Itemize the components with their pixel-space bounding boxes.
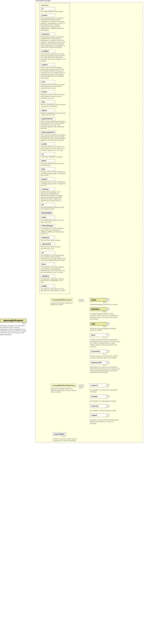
expand-icon[interactable]: + xyxy=(107,414,109,416)
attribute-name[interactable]: creator xyxy=(41,14,55,17)
attribute-name[interactable]: value xyxy=(41,216,55,219)
child-element: note0..∞+Additional natural language inf… xyxy=(90,322,120,331)
child-occurrence: 0..∞ xyxy=(103,364,106,366)
child-occurrence: 0..∞ xyxy=(103,337,106,338)
concept-relationships-group[interactable]: ConceptRelationshipsGroup xyxy=(51,384,76,387)
child-element-box[interactable]: broader+ xyxy=(90,395,107,398)
child-element-box[interactable]: sameAs+ xyxy=(90,384,107,387)
attribute-item: pubconstraintOne or many constraints tha… xyxy=(41,117,69,130)
child-element: related+A related concept, where the rel… xyxy=(90,414,120,424)
attribute-desc: The datatype of the value attribute – it… xyxy=(41,228,66,235)
attribute-name[interactable]: how xyxy=(41,80,55,84)
attribute-name[interactable]: dir xyxy=(41,203,55,206)
any-other-element[interactable]: any ##other 0..∞ xyxy=(53,432,66,436)
any-occ: 0..∞ xyxy=(62,436,65,437)
attribute-item: validtoThe date (and, optionally, the ti… xyxy=(41,284,69,292)
main-occurrence: 0..∞ xyxy=(23,322,26,324)
attribute-item: valuedatatypeThe datatype of the value a… xyxy=(41,224,69,235)
child-element-box[interactable]: note0..∞+ xyxy=(90,322,107,326)
attribute-name[interactable]: modified xyxy=(41,50,55,53)
attribute-name[interactable]: valueunituri xyxy=(41,242,55,246)
attribute-desc: The type of the concept assigned as cont… xyxy=(41,181,66,186)
attribute-name[interactable]: whyuri xyxy=(41,109,55,112)
main-element-name: planningExtProperty xyxy=(4,320,23,322)
attribute-item: customIf set to true the corresponding p… xyxy=(41,63,69,79)
attribute-item: modifiedThe date (and, optionally, the t… xyxy=(41,50,69,62)
attribute-name[interactable]: typeuri xyxy=(41,178,55,181)
attribute-desc: If set to true the corresponding propert… xyxy=(41,67,66,79)
child-occurrence: 0..∞ xyxy=(103,311,106,312)
main-element-desc: Extension Property; the semantics are de… xyxy=(0,325,27,336)
child-element: name0..∞+A natural language name for the… xyxy=(90,298,120,306)
attribute-name[interactable]: valueunit xyxy=(41,236,55,239)
attribute-desc: Why the metadata has been included - exp… xyxy=(41,104,66,107)
child-occurrence: 0..∞ xyxy=(103,353,106,355)
attribute-name[interactable]: uri xyxy=(41,152,55,156)
attribute-name[interactable]: creatoruri xyxy=(41,32,55,36)
child-element-box[interactable]: definition0..∞+ xyxy=(90,307,107,311)
child-element-box[interactable]: name0..∞+ xyxy=(90,298,107,302)
group1-name: ConceptDefinitionGroup xyxy=(52,299,71,301)
any-desc: Extension point for provider-defined pro… xyxy=(53,438,83,442)
expand-icon[interactable]: + xyxy=(107,323,109,325)
attribute-desc: The date (and, optionally, the time) whe… xyxy=(41,53,66,62)
child-desc: An identifier of a more specific concept… xyxy=(90,410,120,412)
child-element-box[interactable]: narrower+ xyxy=(90,404,107,408)
expand-icon[interactable]: + xyxy=(107,350,109,353)
attribute-item: howIndicates by which means the value wa… xyxy=(41,80,69,89)
expand-icon[interactable]: + xyxy=(107,308,109,310)
main-element-box[interactable]: planningExtProperty 0..∞ xyxy=(0,319,27,322)
attribute-desc: Specifies the language of this property … xyxy=(41,191,66,202)
any-other-attr[interactable]: any ##other xyxy=(41,211,53,214)
attribute-desc: Why the metadata has been included - exp… xyxy=(41,112,66,116)
attribute-name[interactable]: custom xyxy=(41,63,55,66)
attribute-name[interactable]: validto xyxy=(41,284,55,288)
child-element-box[interactable]: facet0..∞+ xyxy=(90,333,107,337)
child-element: broader+An identifier of a more generic … xyxy=(90,395,120,402)
expand-icon[interactable]: + xyxy=(107,334,109,336)
attribute-desc: The unit of the value attribute – expres… xyxy=(41,246,66,250)
attribute-item: xml:langSpecifies the language of this p… xyxy=(41,188,69,202)
child-element-box[interactable]: hierarchyInfo0..∞+ xyxy=(90,361,107,364)
expand-icon[interactable]: + xyxy=(107,361,109,364)
child-element: remoteInfo0..∞+A link to an item or a we… xyxy=(90,350,120,359)
child-desc: In NAR 1.8 and later 'facet' is deprecat… xyxy=(90,339,120,348)
attribute-name[interactable]: literal xyxy=(41,159,55,162)
attribute-name[interactable]: id xyxy=(41,7,55,10)
attribute-item: typeThe type of the concept assigned as … xyxy=(41,168,69,176)
expand-icon[interactable]: + xyxy=(107,299,109,301)
attribute-name[interactable]: valuedatatype xyxy=(41,224,55,227)
attribute-name[interactable]: validfrom xyxy=(41,274,55,278)
type-label: Flex2ExtPropType xyxy=(36,0,51,2)
child-desc: A related concept, where the relationshi… xyxy=(90,419,120,424)
child-element-box[interactable]: remoteInfo0..∞+ xyxy=(90,350,107,353)
attribute-name[interactable]: rel xyxy=(41,251,55,254)
attribute-name[interactable]: reluri xyxy=(41,263,55,266)
child-element-box[interactable]: related+ xyxy=(90,414,107,417)
attribute-name[interactable]: howuri xyxy=(41,90,55,94)
child-element: definition0..∞+A natural language defini… xyxy=(90,307,120,320)
attribute-item: creatoruriIf the property value is not d… xyxy=(41,32,69,48)
attribute-name[interactable]: type xyxy=(41,168,55,171)
attribute-name[interactable]: pubconstraint xyxy=(41,117,55,120)
attribute-name[interactable]: pubconstrainturi xyxy=(41,130,56,134)
attribute-name[interactable]: qcode xyxy=(41,142,55,146)
expand-icon[interactable]: + xyxy=(107,395,109,398)
group2-desc: A group of properites required to indica… xyxy=(51,388,77,393)
concept-definition-group[interactable]: ConceptDefinitionGroup xyxy=(51,298,73,302)
attribute-item: howuriIndicates by which means the value… xyxy=(41,90,69,99)
attribute-item: creatorIf the property value is not defi… xyxy=(41,14,69,31)
attribute-desc: If the property value is not defined, sp… xyxy=(41,18,66,31)
group1-row: ConceptDefinitionGroup A group of proper… xyxy=(37,298,142,376)
sequence-icon xyxy=(79,299,84,302)
expand-icon[interactable]: + xyxy=(107,384,109,386)
attribute-desc: The unit of the value attribute. xyxy=(41,240,66,242)
attributes-container: attributes idThe local identifier of the… xyxy=(40,3,70,294)
attribute-desc: A concept identifier expressed as a stri… xyxy=(41,146,66,151)
attribute-name[interactable]: xml:lang xyxy=(41,188,55,191)
expand-icon[interactable]: + xyxy=(107,405,109,407)
child-desc: Additional natural language information … xyxy=(90,328,120,331)
any-label: any ##other xyxy=(55,433,64,435)
attribute-desc: If the property value is not defined, sp… xyxy=(41,36,66,48)
attribute-name[interactable]: why xyxy=(41,100,55,104)
